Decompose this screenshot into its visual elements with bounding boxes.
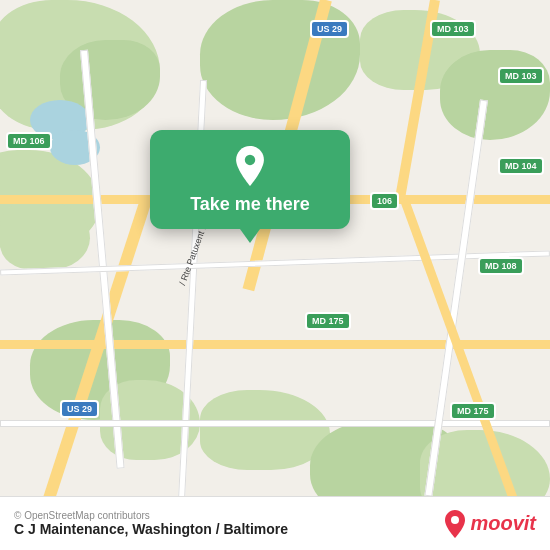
badge-md104: MD 104: [498, 155, 544, 175]
location-pin-icon: [230, 146, 270, 186]
bottom-bar-info: © OpenStreetMap contributors C J Mainten…: [14, 510, 288, 537]
road-md175: [0, 340, 550, 349]
badge-md175-mid: MD 175: [305, 310, 351, 330]
badge-us29-top: US 29: [310, 18, 349, 38]
badge-us29-bottom: US 29: [60, 398, 99, 418]
road-small-4: [0, 420, 550, 427]
moovit-logo: moovit: [444, 510, 536, 538]
badge-md103-1: MD 103: [430, 18, 476, 38]
badge-106-mid: 106: [370, 190, 399, 210]
attribution-text: © OpenStreetMap contributors: [14, 510, 288, 521]
moovit-pin-icon: [444, 510, 466, 538]
bottom-bar: © OpenStreetMap contributors C J Mainten…: [0, 496, 550, 550]
svg-point-1: [451, 516, 459, 524]
badge-md106-left: MD 106: [6, 130, 52, 150]
map-container: US 29 MD 103 MD 103 MD 106 106 MD 104 MD…: [0, 0, 550, 550]
svg-point-0: [245, 155, 255, 165]
moovit-text: moovit: [470, 512, 536, 535]
popup-card[interactable]: Take me there: [150, 130, 350, 229]
badge-md175-right: MD 175: [450, 400, 496, 420]
badge-md108: MD 108: [478, 255, 524, 275]
place-title: C J Maintenance, Washington / Baltimore: [14, 521, 288, 537]
badge-md103-2: MD 103: [498, 65, 544, 85]
popup-label: Take me there: [190, 194, 310, 215]
